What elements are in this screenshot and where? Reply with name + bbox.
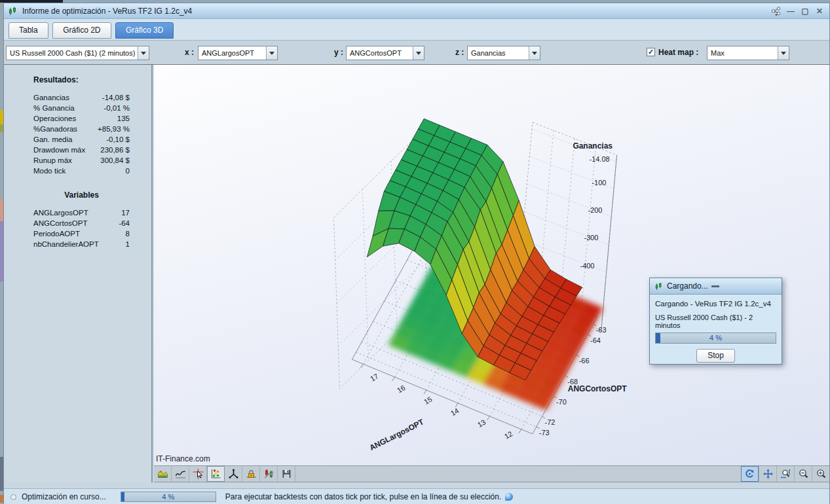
tab-grafico-2d[interactable]: Gráfico 2D <box>52 22 111 39</box>
svg-text:-72: -72 <box>545 418 556 426</box>
save-icon[interactable] <box>278 466 295 482</box>
results-title: Resultados: <box>33 75 132 84</box>
status-text: Optimización en curso... <box>22 492 106 501</box>
instrument-value: US Russell 2000 Cash ($1) (2 minutos) <box>10 49 135 57</box>
result-row: Gan. media-0,10 $ <box>33 134 130 145</box>
svg-text:12: 12 <box>503 429 514 440</box>
x-axis-value: ANGLargosOPT <box>202 49 254 57</box>
variable-row: nbChandelierAOPT1 <box>33 239 130 249</box>
z-axis-select[interactable]: Ganancias <box>467 46 540 60</box>
detach-share-icon[interactable] <box>770 6 782 16</box>
zoom-out-icon[interactable] <box>794 466 812 482</box>
svg-text:15: 15 <box>423 395 434 405</box>
variable-row: ANGCortosOPT-64 <box>33 218 130 228</box>
chevron-down-icon <box>266 46 277 60</box>
variable-label: PeriodoAOPT <box>33 228 80 239</box>
svg-text:17: 17 <box>369 372 380 382</box>
chevron-down-icon <box>778 46 789 60</box>
surface-3d-plot[interactable]: -14.08-100-200-300-400Ganancias-63-64-66… <box>154 65 829 465</box>
status-bar: Optimización en curso... 4 % Para ejecut… <box>4 488 829 504</box>
svg-text:-63: -63 <box>596 326 607 334</box>
minimize-button[interactable]: — <box>785 6 797 16</box>
pointer-tracking-icon[interactable] <box>189 466 207 482</box>
zoom-in-icon[interactable] <box>812 466 829 482</box>
x-axis-label: x : <box>185 48 194 57</box>
svg-text:-300: -300 <box>584 234 599 242</box>
controls-row: US Russell 2000 Cash ($1) (2 minutos) x … <box>4 40 829 65</box>
result-label: Ganancias <box>33 92 69 103</box>
variable-row: ANGLargosOPT17 <box>33 207 130 218</box>
results-sidebar: Resultados: Ganancias-14,08 $ % Ganancia… <box>4 65 153 482</box>
surface-chart-canvas[interactable]: -14.08-100-200-300-400Ganancias-63-64-66… <box>154 65 829 465</box>
x-axis-select[interactable]: ANGLargosOPT <box>198 46 278 60</box>
area-chart-icon[interactable] <box>154 466 172 482</box>
svg-text:-400: -400 <box>580 262 595 270</box>
y-axis-value: ANGCortosOPT <box>350 49 402 57</box>
dialog-instrument-line: US Russell 2000 Cash ($1) - 2 minutos <box>650 312 782 331</box>
result-value: -14,08 $ <box>102 92 130 103</box>
title-bar[interactable]: Informe de optimización - VeRus TF2 IG 1… <box>4 3 829 19</box>
result-label: Runup máx <box>33 155 72 166</box>
zoom-selection-icon[interactable] <box>776 466 794 482</box>
result-value: 300,84 $ <box>100 155 130 166</box>
heatmap-checkbox[interactable]: ✓ <box>647 48 655 56</box>
tab-grafico-3d[interactable]: Gráfico 3D <box>115 22 174 39</box>
heatmap-label: Heat map : <box>658 48 698 57</box>
svg-text:Ganancias: Ganancias <box>573 141 613 151</box>
variable-value: -64 <box>119 218 130 228</box>
axes-tripod-icon[interactable] <box>225 466 242 482</box>
variable-value: 8 <box>126 228 130 239</box>
result-value: 230,86 $ <box>100 145 130 155</box>
svg-text:14: 14 <box>449 406 461 417</box>
z-axis-value: Ganancias <box>471 49 506 57</box>
result-label: Gan. media <box>33 134 72 145</box>
svg-text:-14.08: -14.08 <box>590 155 610 163</box>
variable-label: ANGLargosOPT <box>33 207 88 218</box>
chevron-down-icon <box>413 46 424 60</box>
status-tip: Para ejecutar backtests con datos tick p… <box>225 492 502 501</box>
result-row: Ganancias-14,08 $ <box>33 92 130 103</box>
y-axis-select[interactable]: ANGCortosOPT <box>346 46 424 60</box>
progress-label: 4 % <box>121 492 216 501</box>
stop-button[interactable]: Stop <box>696 349 735 363</box>
dialog-title-bar[interactable]: Cargando... <box>650 278 782 295</box>
close-button[interactable]: ✕ <box>814 6 825 16</box>
maximize-button[interactable]: ▢ <box>799 6 811 16</box>
heatmap-mode-value: Max <box>711 49 725 57</box>
chart-settings-icon[interactable] <box>260 466 278 482</box>
lock-scale-icon[interactable] <box>242 466 260 482</box>
help-balloon-icon[interactable] <box>505 493 513 501</box>
chevron-down-icon <box>529 46 540 60</box>
status-spinner-icon <box>10 494 16 500</box>
result-value: -0,10 $ <box>106 134 130 145</box>
tab-bar: Tabla Gráfico 2D Gráfico 3D <box>4 19 829 40</box>
svg-text:16: 16 <box>396 384 407 394</box>
rotate-3d-icon[interactable] <box>741 466 759 482</box>
optimization-progress-bar: 4 % <box>121 492 216 502</box>
pan-icon[interactable] <box>759 466 776 482</box>
variable-value: 17 <box>121 207 130 218</box>
instrument-select[interactable]: US Russell 2000 Cash ($1) (2 minutos) <box>6 46 149 60</box>
svg-text:ANGCortosOPT: ANGCortosOPT <box>568 384 627 393</box>
result-row: %Ganadoras+85,93 % <box>33 124 130 134</box>
variable-label: ANGCortosOPT <box>33 218 87 228</box>
y-axis-label: y : <box>334 48 343 57</box>
svg-text:-66: -66 <box>579 357 590 365</box>
candlestick-app-icon <box>8 7 18 16</box>
tab-tabla[interactable]: Tabla <box>9 22 48 39</box>
dialog-title: Cargando... <box>667 281 708 291</box>
svg-text:-64: -64 <box>590 336 601 344</box>
chevron-down-icon <box>138 46 149 60</box>
result-value: -0,01 % <box>104 103 130 113</box>
scatter-3d-icon[interactable] <box>207 466 225 482</box>
heatmap-mode-select[interactable]: Max <box>707 46 789 60</box>
dialog-minimize-button[interactable] <box>711 285 719 287</box>
result-label: Modo tick <box>33 166 66 176</box>
candlestick-app-icon <box>654 282 664 291</box>
dialog-progress-bar: 4 % <box>655 333 776 344</box>
line-chart-icon[interactable] <box>172 466 189 482</box>
svg-text:-200: -200 <box>588 206 602 214</box>
svg-text:-73: -73 <box>539 429 550 437</box>
toolbar-spacer <box>295 466 741 482</box>
variable-row: PeriodoAOPT8 <box>33 228 130 239</box>
